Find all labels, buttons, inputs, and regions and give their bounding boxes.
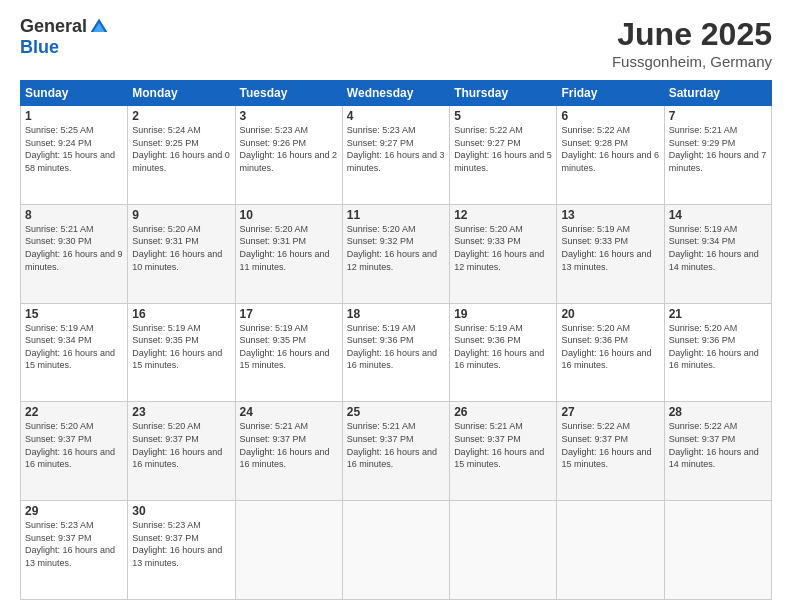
table-row: 8Sunrise: 5:21 AMSunset: 9:30 PMDaylight…	[21, 204, 128, 303]
table-row: 10Sunrise: 5:20 AMSunset: 9:31 PMDayligh…	[235, 204, 342, 303]
col-wednesday: Wednesday	[342, 81, 449, 106]
day-number: 21	[669, 307, 767, 321]
day-number: 3	[240, 109, 338, 123]
day-number: 27	[561, 405, 659, 419]
day-number: 15	[25, 307, 123, 321]
day-info: Sunrise: 5:20 AMSunset: 9:33 PMDaylight:…	[454, 223, 552, 273]
day-number: 29	[25, 504, 123, 518]
logo: General Blue	[20, 16, 109, 58]
day-info: Sunrise: 5:22 AMSunset: 9:28 PMDaylight:…	[561, 124, 659, 174]
day-number: 11	[347, 208, 445, 222]
day-info: Sunrise: 5:20 AMSunset: 9:31 PMDaylight:…	[240, 223, 338, 273]
table-row: 4Sunrise: 5:23 AMSunset: 9:27 PMDaylight…	[342, 106, 449, 205]
logo-blue-text: Blue	[20, 37, 59, 58]
table-row: 22Sunrise: 5:20 AMSunset: 9:37 PMDayligh…	[21, 402, 128, 501]
week-row-3: 15Sunrise: 5:19 AMSunset: 9:34 PMDayligh…	[21, 303, 772, 402]
table-row	[342, 501, 449, 600]
day-info: Sunrise: 5:24 AMSunset: 9:25 PMDaylight:…	[132, 124, 230, 174]
table-row: 7Sunrise: 5:21 AMSunset: 9:29 PMDaylight…	[664, 106, 771, 205]
day-number: 8	[25, 208, 123, 222]
day-info: Sunrise: 5:21 AMSunset: 9:30 PMDaylight:…	[25, 223, 123, 273]
day-info: Sunrise: 5:19 AMSunset: 9:34 PMDaylight:…	[669, 223, 767, 273]
day-number: 14	[669, 208, 767, 222]
day-info: Sunrise: 5:25 AMSunset: 9:24 PMDaylight:…	[25, 124, 123, 174]
logo-icon	[89, 17, 109, 37]
day-number: 20	[561, 307, 659, 321]
day-number: 1	[25, 109, 123, 123]
table-row: 14Sunrise: 5:19 AMSunset: 9:34 PMDayligh…	[664, 204, 771, 303]
day-number: 28	[669, 405, 767, 419]
day-info: Sunrise: 5:19 AMSunset: 9:35 PMDaylight:…	[240, 322, 338, 372]
table-row: 25Sunrise: 5:21 AMSunset: 9:37 PMDayligh…	[342, 402, 449, 501]
table-row: 19Sunrise: 5:19 AMSunset: 9:36 PMDayligh…	[450, 303, 557, 402]
day-info: Sunrise: 5:23 AMSunset: 9:26 PMDaylight:…	[240, 124, 338, 174]
day-number: 30	[132, 504, 230, 518]
title-block: June 2025 Fussgonheim, Germany	[612, 16, 772, 70]
table-row: 6Sunrise: 5:22 AMSunset: 9:28 PMDaylight…	[557, 106, 664, 205]
day-info: Sunrise: 5:20 AMSunset: 9:36 PMDaylight:…	[669, 322, 767, 372]
table-row: 24Sunrise: 5:21 AMSunset: 9:37 PMDayligh…	[235, 402, 342, 501]
day-number: 2	[132, 109, 230, 123]
col-tuesday: Tuesday	[235, 81, 342, 106]
table-row: 28Sunrise: 5:22 AMSunset: 9:37 PMDayligh…	[664, 402, 771, 501]
day-number: 24	[240, 405, 338, 419]
logo-general-text: General	[20, 16, 87, 37]
day-info: Sunrise: 5:23 AMSunset: 9:27 PMDaylight:…	[347, 124, 445, 174]
table-row: 23Sunrise: 5:20 AMSunset: 9:37 PMDayligh…	[128, 402, 235, 501]
day-number: 17	[240, 307, 338, 321]
day-number: 22	[25, 405, 123, 419]
day-number: 23	[132, 405, 230, 419]
col-sunday: Sunday	[21, 81, 128, 106]
table-row: 21Sunrise: 5:20 AMSunset: 9:36 PMDayligh…	[664, 303, 771, 402]
table-row: 17Sunrise: 5:19 AMSunset: 9:35 PMDayligh…	[235, 303, 342, 402]
day-info: Sunrise: 5:19 AMSunset: 9:36 PMDaylight:…	[454, 322, 552, 372]
day-info: Sunrise: 5:20 AMSunset: 9:37 PMDaylight:…	[25, 420, 123, 470]
day-number: 13	[561, 208, 659, 222]
day-number: 26	[454, 405, 552, 419]
col-friday: Friday	[557, 81, 664, 106]
col-thursday: Thursday	[450, 81, 557, 106]
table-row: 11Sunrise: 5:20 AMSunset: 9:32 PMDayligh…	[342, 204, 449, 303]
day-info: Sunrise: 5:20 AMSunset: 9:32 PMDaylight:…	[347, 223, 445, 273]
day-number: 10	[240, 208, 338, 222]
table-row: 15Sunrise: 5:19 AMSunset: 9:34 PMDayligh…	[21, 303, 128, 402]
calendar-header: Sunday Monday Tuesday Wednesday Thursday…	[21, 81, 772, 106]
day-info: Sunrise: 5:19 AMSunset: 9:35 PMDaylight:…	[132, 322, 230, 372]
table-row: 29Sunrise: 5:23 AMSunset: 9:37 PMDayligh…	[21, 501, 128, 600]
day-number: 25	[347, 405, 445, 419]
calendar-body: 1Sunrise: 5:25 AMSunset: 9:24 PMDaylight…	[21, 106, 772, 600]
day-info: Sunrise: 5:21 AMSunset: 9:37 PMDaylight:…	[454, 420, 552, 470]
day-number: 12	[454, 208, 552, 222]
day-number: 19	[454, 307, 552, 321]
day-info: Sunrise: 5:21 AMSunset: 9:37 PMDaylight:…	[347, 420, 445, 470]
table-row: 3Sunrise: 5:23 AMSunset: 9:26 PMDaylight…	[235, 106, 342, 205]
table-row: 27Sunrise: 5:22 AMSunset: 9:37 PMDayligh…	[557, 402, 664, 501]
table-row: 30Sunrise: 5:23 AMSunset: 9:37 PMDayligh…	[128, 501, 235, 600]
month-title: June 2025	[612, 16, 772, 53]
table-row	[664, 501, 771, 600]
table-row: 9Sunrise: 5:20 AMSunset: 9:31 PMDaylight…	[128, 204, 235, 303]
day-info: Sunrise: 5:19 AMSunset: 9:34 PMDaylight:…	[25, 322, 123, 372]
day-number: 6	[561, 109, 659, 123]
day-info: Sunrise: 5:21 AMSunset: 9:37 PMDaylight:…	[240, 420, 338, 470]
day-number: 5	[454, 109, 552, 123]
week-row-2: 8Sunrise: 5:21 AMSunset: 9:30 PMDaylight…	[21, 204, 772, 303]
day-number: 7	[669, 109, 767, 123]
day-info: Sunrise: 5:20 AMSunset: 9:36 PMDaylight:…	[561, 322, 659, 372]
day-info: Sunrise: 5:23 AMSunset: 9:37 PMDaylight:…	[132, 519, 230, 569]
day-info: Sunrise: 5:22 AMSunset: 9:27 PMDaylight:…	[454, 124, 552, 174]
table-row: 1Sunrise: 5:25 AMSunset: 9:24 PMDaylight…	[21, 106, 128, 205]
header-row: Sunday Monday Tuesday Wednesday Thursday…	[21, 81, 772, 106]
day-number: 18	[347, 307, 445, 321]
day-info: Sunrise: 5:19 AMSunset: 9:33 PMDaylight:…	[561, 223, 659, 273]
location: Fussgonheim, Germany	[612, 53, 772, 70]
week-row-5: 29Sunrise: 5:23 AMSunset: 9:37 PMDayligh…	[21, 501, 772, 600]
day-info: Sunrise: 5:21 AMSunset: 9:29 PMDaylight:…	[669, 124, 767, 174]
day-info: Sunrise: 5:20 AMSunset: 9:37 PMDaylight:…	[132, 420, 230, 470]
table-row: 12Sunrise: 5:20 AMSunset: 9:33 PMDayligh…	[450, 204, 557, 303]
table-row: 26Sunrise: 5:21 AMSunset: 9:37 PMDayligh…	[450, 402, 557, 501]
table-row	[450, 501, 557, 600]
table-row: 16Sunrise: 5:19 AMSunset: 9:35 PMDayligh…	[128, 303, 235, 402]
day-info: Sunrise: 5:20 AMSunset: 9:31 PMDaylight:…	[132, 223, 230, 273]
day-number: 16	[132, 307, 230, 321]
